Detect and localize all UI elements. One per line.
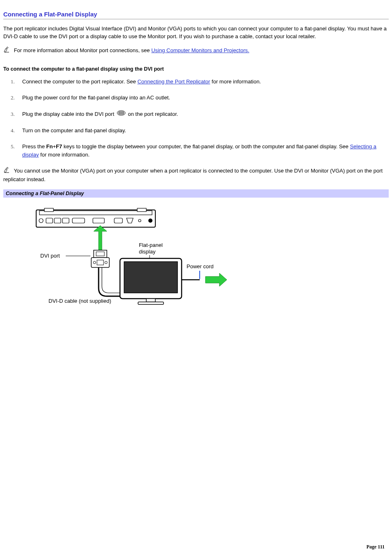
page-title: Connecting a Flat-Panel Display bbox=[3, 11, 389, 19]
svg-rect-9 bbox=[44, 208, 53, 212]
dvi-port-icon bbox=[117, 110, 126, 118]
step-5-pre: Press the bbox=[22, 143, 46, 150]
arrow-up-icon bbox=[94, 226, 107, 250]
link-port-replicator[interactable]: Connecting the Port Replicator bbox=[137, 78, 210, 85]
step-3: 3. Plug the display cable into the DVI p… bbox=[22, 110, 389, 118]
step-5-post: for more information. bbox=[39, 152, 90, 158]
step-1: 1. Connect the computer to the port repl… bbox=[22, 78, 389, 86]
handwriting-icon bbox=[3, 167, 12, 176]
plus: + bbox=[53, 143, 56, 150]
port-replicator-graphic bbox=[36, 208, 155, 227]
note-more-info: For more information about Monitor port … bbox=[3, 46, 389, 55]
step-2: 2. Plug the power cord for the flat-pane… bbox=[22, 94, 389, 102]
note2-text: You cannot use the Monitor (VGA) port on… bbox=[3, 168, 383, 182]
step-number: 2. bbox=[11, 94, 15, 102]
handwriting-icon bbox=[3, 46, 12, 55]
svg-rect-20 bbox=[94, 250, 107, 258]
step-number: 3. bbox=[11, 110, 15, 118]
svg-point-19 bbox=[148, 219, 152, 223]
step-1-pre: Connect the computer to the port replica… bbox=[22, 78, 137, 85]
label-dvi-cable: DVI-D cable (not supplied) bbox=[48, 298, 111, 304]
svg-rect-7 bbox=[36, 210, 155, 227]
label-flat-panel-l2: display bbox=[139, 249, 156, 255]
procedure-heading: To connect the computer to a flat-panel … bbox=[3, 66, 389, 72]
svg-rect-22 bbox=[91, 258, 109, 267]
step-3-post: on the port replicator. bbox=[128, 111, 178, 117]
arrow-right-icon bbox=[205, 273, 227, 286]
svg-rect-10 bbox=[137, 208, 146, 212]
step-5: 5. Press the Fn+F7 keys to toggle the di… bbox=[22, 143, 389, 159]
svg-rect-29 bbox=[138, 302, 164, 304]
step-2-text: Plug the power cord for the flat-panel d… bbox=[22, 94, 170, 101]
label-dvi-port: DVI port bbox=[40, 253, 60, 259]
label-power-cord: Power cord bbox=[187, 263, 214, 269]
step-number: 4. bbox=[11, 127, 15, 135]
steps-list: 1. Connect the computer to the port repl… bbox=[3, 78, 389, 159]
step-1-post: for more information. bbox=[210, 78, 261, 85]
svg-rect-28 bbox=[146, 299, 155, 302]
step-number: 1. bbox=[11, 78, 15, 86]
svg-rect-27 bbox=[124, 262, 178, 293]
label-flat-panel-l1: Flat-panel bbox=[139, 242, 163, 248]
key-fn: Fn bbox=[46, 143, 53, 150]
key-f7: F7 bbox=[56, 143, 62, 150]
step-4-text: Turn on the computer and flat-panel disp… bbox=[22, 127, 126, 134]
note-vga-warning: You cannot use the Monitor (VGA) port on… bbox=[3, 167, 389, 184]
note1-text-pre: For more information about Monitor port … bbox=[14, 47, 152, 53]
step-3-pre: Plug the display cable into the DVI port bbox=[22, 111, 116, 117]
figure-caption: Connecting a Flat-Panel Display bbox=[3, 189, 389, 198]
intro-paragraph: The port replicator includes Digital Vis… bbox=[3, 25, 389, 41]
step-number: 5. bbox=[11, 143, 15, 151]
link-monitors-projectors[interactable]: Using Computer Monitors and Projectors. bbox=[151, 47, 249, 53]
step-5-mid: keys to toggle the display between your … bbox=[62, 143, 350, 150]
step-4: 4. Turn on the computer and flat-panel d… bbox=[22, 127, 389, 135]
dvi-connector-graphic bbox=[91, 250, 120, 296]
connection-diagram: DVI port Flat-panel display Power cord D… bbox=[3, 198, 389, 314]
